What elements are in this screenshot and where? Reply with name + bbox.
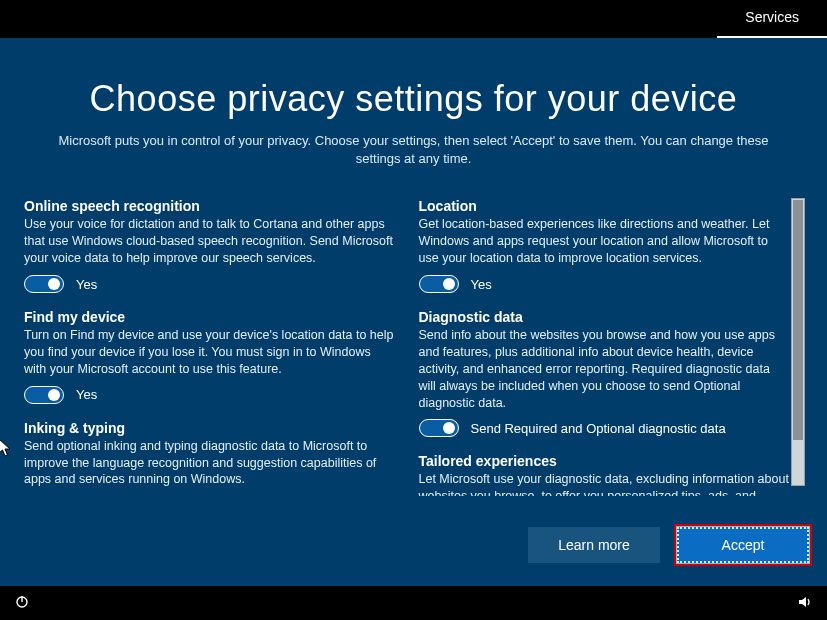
option-title: Online speech recognition [24,198,395,214]
option-desc: Send info about the websites you browse … [419,327,790,411]
option-speech: Online speech recognition Use your voice… [24,198,395,293]
toggle-speech[interactable] [24,275,64,293]
option-diagnostic: Diagnostic data Send info about the webs… [419,309,790,437]
toggle-location[interactable] [419,275,459,293]
right-column: Location Get location-based experiences … [419,198,790,496]
page-subtitle: Microsoft puts you in control of your pr… [54,132,774,168]
option-find-device: Find my device Turn on Find my device an… [24,309,395,404]
page-title: Choose privacy settings for your device [10,78,817,120]
option-tailored: Tailored experiences Let Microsoft use y… [419,453,790,496]
toggle-label: Send Required and Optional diagnostic da… [471,421,726,436]
toggle-label: Yes [76,277,97,292]
option-title: Location [419,198,790,214]
toggle-diagnostic[interactable] [419,419,459,437]
option-title: Diagnostic data [419,309,790,325]
power-icon[interactable] [14,594,30,613]
option-desc: Turn on Find my device and use your devi… [24,327,395,378]
option-desc: Get location-based experiences like dire… [419,216,790,267]
option-title: Tailored experiences [419,453,790,469]
accept-highlight: Accept [674,524,812,566]
option-desc: Use your voice for dictation and to talk… [24,216,395,267]
toggle-label: Yes [76,387,97,402]
bottom-bar [0,586,827,620]
option-location: Location Get location-based experiences … [419,198,790,293]
accept-button[interactable]: Accept [677,527,809,563]
top-bar: Services [0,0,827,38]
scrollbar-thumb[interactable] [793,200,803,440]
option-title: Inking & typing [24,420,395,436]
learn-more-button[interactable]: Learn more [528,527,660,563]
option-desc: Let Microsoft use your diagnostic data, … [419,471,790,496]
left-column: Online speech recognition Use your voice… [24,198,395,496]
tab-services[interactable]: Services [717,0,827,38]
toggle-find-device[interactable] [24,386,64,404]
option-desc: Send optional inking and typing diagnost… [24,438,395,489]
volume-icon[interactable] [797,594,813,613]
option-title: Find my device [24,309,395,325]
svg-marker-2 [799,597,806,607]
toggle-label: Yes [471,277,492,292]
option-inking: Inking & typing Send optional inking and… [24,420,395,497]
scrollbar[interactable] [791,198,805,486]
